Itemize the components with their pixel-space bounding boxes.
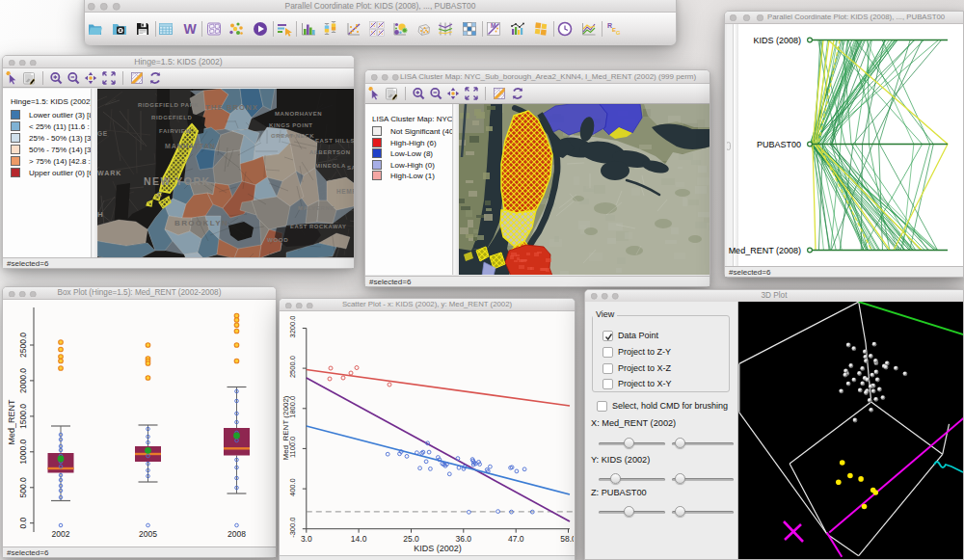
- svg-text:3.0: 3.0: [301, 534, 312, 544]
- svg-text:36.0: 36.0: [456, 534, 472, 544]
- svg-text:58.0: 58.0: [560, 534, 574, 544]
- svg-text:Med_RENT: Med_RENT: [7, 399, 16, 445]
- svg-text:2500.0: 2500.0: [288, 356, 297, 378]
- svg-text:2002: 2002: [52, 529, 70, 539]
- svg-text:500.0: 500.0: [18, 477, 28, 498]
- svg-text:400.0: 400.0: [288, 478, 297, 496]
- svg-text:0.0: 0.0: [18, 518, 28, 529]
- svg-text:MANORHAVEN: MANORHAVEN: [275, 111, 322, 117]
- svg-text:2500.0: 2500.0: [18, 333, 28, 358]
- svg-text:RIDGEFIELD PARK: RIDGEFIELD PARK: [138, 102, 200, 108]
- svg-text:MALVERNE: MALVERNE: [298, 205, 335, 211]
- svg-text:NEW YORK: NEW YORK: [144, 175, 211, 187]
- svg-text:2005: 2005: [139, 529, 157, 539]
- svg-text:ALBERTSON: ALBERTSON: [309, 149, 351, 155]
- svg-text:2000.0: 2000.0: [18, 368, 28, 393]
- svg-text:3200.0: 3200.0: [288, 316, 297, 338]
- svg-text:WARK: WARK: [97, 170, 121, 176]
- svg-text:-300.0: -300.0: [288, 518, 297, 538]
- svg-text:2008: 2008: [228, 529, 246, 539]
- svg-text:SA: SA: [347, 165, 354, 171]
- svg-text:1000.0: 1000.0: [18, 440, 28, 465]
- svg-text:Med_RENT (2008): Med_RENT (2008): [729, 246, 801, 255]
- svg-text:THE BRONX: THE BRONX: [205, 103, 258, 112]
- svg-text:KIDS (2008): KIDS (2008): [753, 36, 801, 45]
- svg-text:25.0: 25.0: [403, 534, 419, 544]
- svg-text:C: C: [157, 191, 163, 198]
- svg-text:MANHATTAN: MANHATTAN: [165, 143, 216, 149]
- svg-text:KIDS (2002): KIDS (2002): [414, 544, 462, 553]
- svg-text:47.0: 47.0: [508, 534, 524, 544]
- svg-text:14.0: 14.0: [351, 534, 367, 544]
- svg-text:Med_RENT (2002): Med_RENT (2002): [281, 395, 290, 460]
- svg-text:FAIRVIEW: FAIRVIEW: [159, 128, 192, 134]
- svg-text:EAST HILLS: EAST HILLS: [315, 138, 354, 144]
- svg-text:EAST ROCKAWAY: EAST ROCKAWAY: [290, 224, 346, 229]
- svg-text:H: H: [97, 210, 103, 219]
- svg-text:HEMPSTEA: HEMPSTEA: [336, 188, 354, 195]
- svg-text:RIDGEFIELD: RIDGEFIELD: [151, 115, 192, 120]
- svg-text:GREAT NECK: GREAT NECK: [271, 133, 314, 139]
- svg-text:BROOKLYN: BROOKLYN: [174, 219, 228, 227]
- svg-text:MINEOLA: MINEOLA: [315, 163, 346, 169]
- svg-text:GE: GE: [97, 130, 108, 137]
- svg-text:KINGS POINT: KINGS POINT: [269, 122, 313, 128]
- svg-text:WOOD: WOOD: [267, 236, 288, 243]
- svg-text:PUBAST00: PUBAST00: [757, 140, 801, 149]
- svg-text:1500.0: 1500.0: [18, 404, 28, 429]
